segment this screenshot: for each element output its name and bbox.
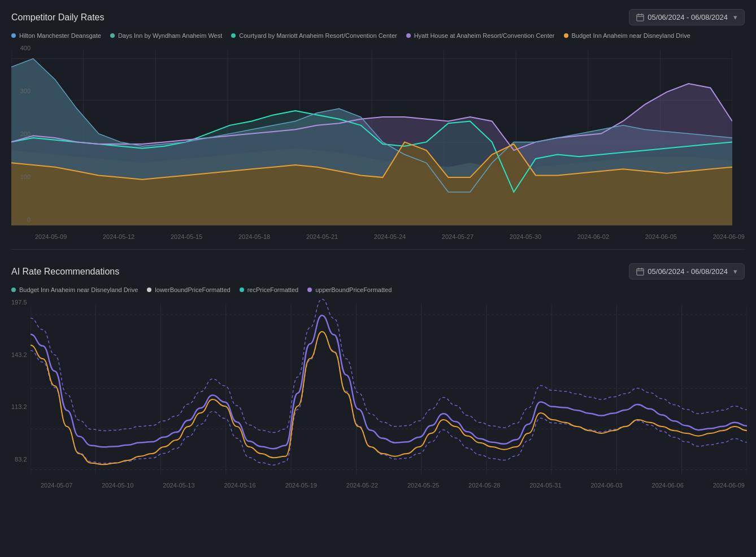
competitor-date-range: 05/06/2024 - 06/08/2024 (648, 13, 728, 21)
legend-budget: Budget Inn Anaheim near Disneyland Drive (564, 32, 690, 39)
competitor-header: Competitor Daily Rates 05/06/2024 - 06/0… (11, 9, 745, 25)
ai-date-range: 05/06/2024 - 06/08/2024 (648, 267, 728, 276)
hyatt-label: Hyatt House at Anaheim Resort/Convention… (414, 32, 555, 39)
days-inn-label: Days Inn by Wyndham Anaheim West (118, 32, 222, 39)
budget-dot (564, 33, 568, 38)
ai-calendar-icon (636, 268, 644, 276)
legend-courtyard: Courtyard by Marriott Anaheim Resort/Con… (231, 32, 397, 39)
legend-hilton: Hilton Manchester Deansgate (11, 32, 101, 39)
ai-legend-upper: upperBoundPriceFormatted (307, 286, 392, 293)
ai-budget-label: Budget Inn Anaheim near Disneyland Drive (19, 286, 138, 293)
ai-legend-budget: Budget Inn Anaheim near Disneyland Drive (11, 286, 138, 293)
competitor-section: Competitor Daily Rates 05/06/2024 - 06/0… (0, 0, 756, 249)
ai-section: AI Rate Recommendations 05/06/2024 - 06/… (0, 254, 756, 498)
ai-date-picker[interactable]: 05/06/2024 - 06/08/2024 ▾ (629, 263, 745, 280)
legend-days-inn: Days Inn by Wyndham Anaheim West (110, 32, 222, 39)
competitor-chart-area (11, 45, 745, 231)
hilton-label: Hilton Manchester Deansgate (19, 32, 101, 39)
section-divider (11, 249, 745, 250)
ai-legend: Budget Inn Anaheim near Disneyland Drive… (11, 286, 745, 293)
competitor-date-picker[interactable]: 05/06/2024 - 06/08/2024 ▾ (629, 9, 745, 25)
ai-x-axis: 2024-05-07 2024-05-10 2024-05-13 2024-05… (11, 482, 745, 489)
competitor-canvas (11, 45, 732, 231)
legend-hyatt: Hyatt House at Anaheim Resort/Convention… (406, 32, 555, 39)
ai-legend-lower: lowerBoundPriceFormatted (147, 286, 230, 293)
hyatt-dot (406, 33, 411, 38)
calendar-icon (636, 14, 644, 21)
ai-chart-area (31, 299, 747, 480)
days-inn-dot (110, 33, 115, 38)
ai-header: AI Rate Recommendations 05/06/2024 - 06/… (11, 263, 745, 280)
ai-y-axis: 197.5 143.2 113.2 83.2 (11, 299, 31, 480)
competitor-x-axis: 2024-05-09 2024-05-12 2024-05-15 2024-05… (11, 233, 745, 240)
budget-label: Budget Inn Anaheim near Disneyland Drive (572, 32, 690, 39)
ai-rec-dot (240, 288, 244, 292)
competitor-legend: Hilton Manchester Deansgate Days Inn by … (11, 32, 745, 39)
svg-rect-4 (637, 268, 644, 275)
ai-title: AI Rate Recommendations (11, 267, 119, 277)
ai-lower-dot (147, 288, 151, 292)
ai-rec-label: recPriceFormatted (247, 286, 298, 293)
competitor-chart-wrapper: 400 300 200 100 0 2024-05-09 2024-05-12 … (11, 45, 745, 240)
ai-budget-dot (11, 288, 16, 292)
competitor-y-axis: 400 300 200 100 0 (11, 45, 34, 223)
ai-upper-label: upperBoundPriceFormatted (315, 286, 392, 293)
svg-rect-0 (637, 14, 644, 20)
competitor-dropdown-icon: ▾ (733, 13, 737, 21)
hilton-dot (11, 33, 16, 38)
ai-legend-rec: recPriceFormatted (240, 286, 298, 293)
courtyard-dot (231, 33, 236, 38)
ai-canvas (31, 299, 747, 480)
ai-lower-label: lowerBoundPriceFormatted (155, 286, 230, 293)
ai-chart-wrapper: 197.5 143.2 113.2 83.2 2024-05-07 2024-0… (11, 299, 745, 489)
ai-upper-dot (307, 288, 312, 292)
ai-dropdown-icon: ▾ (733, 267, 737, 276)
courtyard-label: Courtyard by Marriott Anaheim Resort/Con… (239, 32, 397, 39)
competitor-title: Competitor Daily Rates (11, 12, 105, 23)
